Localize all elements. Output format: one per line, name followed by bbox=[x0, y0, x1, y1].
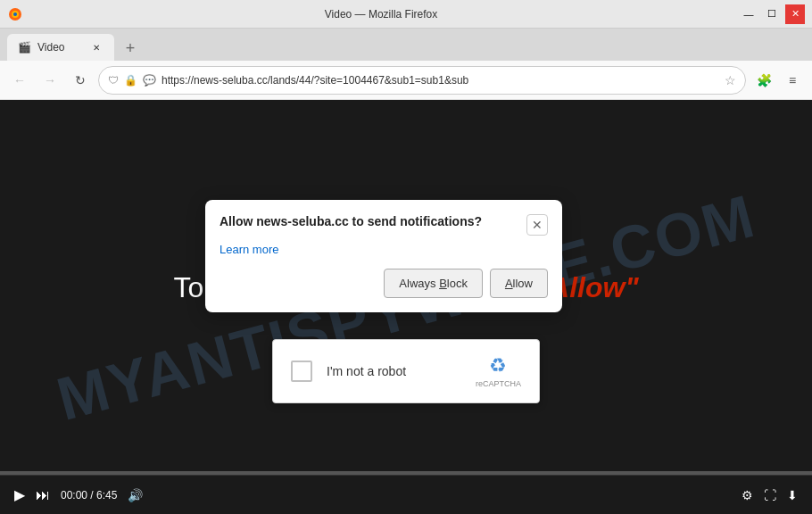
url-bar[interactable]: 🛡 🔒 💬 https://news-seluba.cc/lands/44/?s… bbox=[98, 66, 746, 95]
popup-buttons: Always Block Allow bbox=[220, 269, 548, 298]
download-icon[interactable]: ⬇ bbox=[787, 488, 798, 502]
allow-button[interactable]: Allow bbox=[490, 269, 548, 298]
recaptcha-label: I'm not a robot bbox=[327, 364, 461, 378]
learn-more-link[interactable]: Learn more bbox=[220, 243, 548, 256]
url-text: https://news-seluba.cc/lands/44/?site=10… bbox=[162, 74, 719, 87]
video-tab[interactable]: 🎬 Video ✕ bbox=[7, 34, 114, 61]
reload-button[interactable]: ↻ bbox=[68, 68, 93, 93]
popup-header: Allow news-seluba.cc to send notificatio… bbox=[220, 214, 548, 236]
title-bar: Video — Mozilla Firefox — ☐ ✕ bbox=[0, 0, 812, 29]
notification-popup: Allow news-seluba.cc to send notificatio… bbox=[205, 200, 562, 312]
lock-icon: 🔒 bbox=[124, 74, 137, 87]
close-button[interactable]: ✕ bbox=[785, 4, 805, 24]
popup-title: Allow news-seluba.cc to send notificatio… bbox=[220, 214, 526, 228]
window-title: Video — Mozilla Firefox bbox=[23, 8, 739, 21]
video-controls: ▶ ⏭ 00:00 / 6:45 🔊 ⚙ ⛶ ⬇ bbox=[0, 475, 812, 514]
browser-window: Video — Mozilla Firefox — ☐ ✕ 🎬 Video ✕ … bbox=[0, 0, 812, 514]
recaptcha-checkbox[interactable] bbox=[291, 361, 312, 382]
always-block-button[interactable]: Always Block bbox=[384, 269, 483, 298]
title-bar-left bbox=[7, 6, 23, 22]
always-block-label: Always Block bbox=[399, 277, 468, 290]
bookmark-icon[interactable]: ☆ bbox=[725, 73, 736, 87]
tab-bar: 🎬 Video ✕ + bbox=[0, 29, 812, 61]
skip-button[interactable]: ⏭ bbox=[36, 487, 50, 503]
firefox-icon bbox=[7, 6, 23, 22]
allow-label: Allow bbox=[505, 277, 533, 290]
controls-right: ⚙ ⛶ ⬇ bbox=[742, 488, 798, 502]
volume-button[interactable]: 🔊 bbox=[128, 488, 143, 502]
address-bar: ← → ↻ 🛡 🔒 💬 https://news-seluba.cc/lands… bbox=[0, 61, 812, 100]
notification-permission-icon: 💬 bbox=[143, 74, 156, 87]
toolbar-icons: 🧩 ≡ bbox=[751, 68, 805, 93]
forward-button[interactable]: → bbox=[37, 68, 62, 93]
minimize-button[interactable]: — bbox=[739, 4, 758, 24]
shield-icon: 🛡 bbox=[108, 74, 119, 87]
tab-close-button[interactable]: ✕ bbox=[89, 40, 104, 54]
play-button[interactable]: ▶ bbox=[14, 486, 25, 503]
fullscreen-icon[interactable]: ⛶ bbox=[764, 488, 776, 502]
extensions-icon[interactable]: 🧩 bbox=[751, 68, 776, 93]
maximize-button[interactable]: ☐ bbox=[762, 4, 782, 24]
recaptcha-logo-icon: ♻ bbox=[489, 354, 507, 377]
time-display: 00:00 / 6:45 bbox=[61, 489, 117, 502]
progress-bar[interactable] bbox=[0, 471, 812, 475]
window-controls: — ☐ ✕ bbox=[739, 4, 805, 24]
popup-close-button[interactable]: ✕ bbox=[526, 214, 548, 236]
menu-icon[interactable]: ≡ bbox=[780, 68, 805, 93]
tab-favicon: 🎬 bbox=[18, 41, 30, 54]
recaptcha-logo: ♻ reCAPTCHA bbox=[476, 354, 521, 388]
recaptcha-brand-text: reCAPTCHA bbox=[476, 379, 521, 388]
back-button[interactable]: ← bbox=[7, 68, 32, 93]
svg-point-2 bbox=[13, 12, 17, 16]
recaptcha-widget: I'm not a robot ♻ reCAPTCHA bbox=[272, 339, 540, 403]
new-tab-button[interactable]: + bbox=[118, 36, 143, 61]
tab-label: Video bbox=[37, 41, 64, 54]
video-content: MYANTISPYWARE.COM To access to the video… bbox=[0, 100, 812, 514]
settings-icon[interactable]: ⚙ bbox=[742, 488, 753, 502]
